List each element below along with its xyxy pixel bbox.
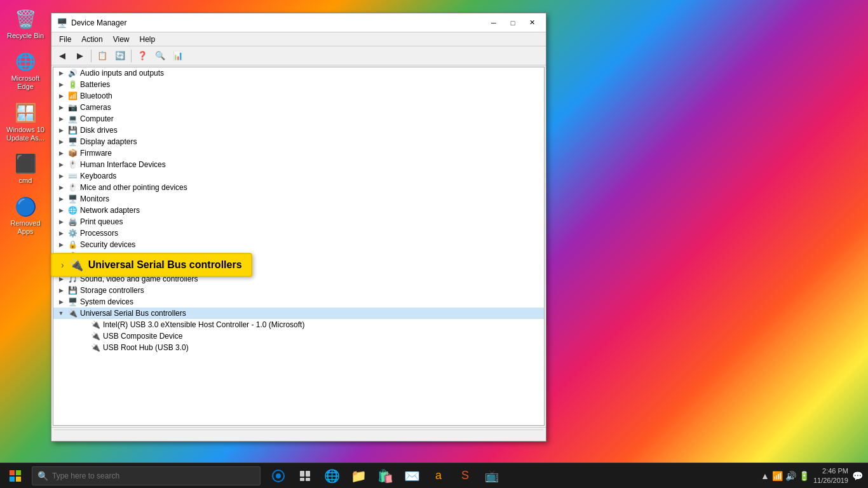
expand-storage[interactable]: ▶ (56, 285, 66, 295)
tree-item-batteries[interactable]: ▶ 🔋 Batteries (53, 79, 544, 90)
tree-item-processors[interactable]: ▶ ⚙️ Processors (53, 227, 544, 239)
tray-notification[interactable]: 💬 (852, 471, 863, 481)
tree-item-display[interactable]: ▶ 🖥️ Display adapters (53, 136, 544, 147)
desktop-icon-cmd[interactable]: ⬛ cmd (3, 150, 48, 187)
label-display: Display adapters (80, 137, 137, 146)
menu-file[interactable]: File (54, 34, 76, 45)
tree-item-network[interactable]: ▶ 🌐 Network adapters (53, 205, 544, 216)
tree-item-usb-root[interactable]: 🔌 USB Root Hub (USB 3.0) (53, 342, 544, 353)
window-app-icon: 🖥️ (57, 18, 67, 28)
windows-update-icon: 🪟 (14, 102, 37, 125)
desktop-icon-recycle-bin[interactable]: 🗑️ Recycle Bin (3, 5, 48, 43)
tray-clock[interactable]: 2:46 PM 11/26/2019 (813, 466, 848, 485)
tree-item-audio[interactable]: ▶ 🔊 Audio inputs and outputs (53, 67, 544, 79)
toolbar-display[interactable]: 📊 (170, 48, 186, 64)
expand-mice[interactable]: ▶ (56, 182, 66, 193)
icon-usb: 🔌 (67, 308, 78, 318)
expand-computer[interactable]: ▶ (56, 114, 66, 124)
window-titlebar: 🖥️ Device Manager ─ □ ✕ (51, 13, 546, 32)
taskbar-swift[interactable]: S (452, 463, 478, 489)
tree-item-usb-composite[interactable]: 🔌 USB Composite Device (53, 330, 544, 342)
taskbar-store[interactable]: 🛍️ (372, 463, 398, 489)
toolbar-sep-2 (131, 50, 132, 62)
label-usb-intel: Intel(R) USB 3.0 eXtensible Host Control… (103, 320, 304, 329)
tree-item-system[interactable]: ▶ 🖥️ System devices (53, 296, 544, 308)
tree-item-security[interactable]: ▶ 🔒 Security devices (53, 239, 544, 250)
taskbar-edge[interactable]: 🌐 (319, 463, 344, 489)
expand-cameras[interactable]: ▶ (56, 102, 66, 112)
horizontal-scrollbar[interactable] (54, 430, 543, 440)
tree-item-firmware[interactable]: ▶ 📦 Firmware (53, 147, 544, 159)
toolbar-update[interactable]: 🔄 (112, 48, 128, 64)
expand-display[interactable]: ▶ (56, 137, 66, 147)
taskbar-amazon[interactable]: a (426, 463, 451, 489)
taskbar-explorer[interactable]: 📁 (346, 463, 371, 489)
tray-battery[interactable]: 🔋 (799, 471, 810, 481)
desktop-icon-edge[interactable]: 🌐 Microsoft Edge (3, 48, 48, 93)
tray-network[interactable]: 📶 (772, 471, 783, 481)
expand-firmware[interactable]: ▶ (56, 148, 66, 158)
expand-bluetooth[interactable]: ▶ (56, 91, 66, 101)
window-title: Device Manager (71, 18, 485, 27)
taskbar-task-view[interactable] (292, 463, 318, 489)
expand-usb[interactable]: ▼ (56, 308, 66, 318)
expand-audio[interactable]: ▶ (56, 68, 66, 78)
expand-processors[interactable]: ▶ (56, 228, 66, 238)
expand-keyboards[interactable]: ▶ (56, 171, 66, 181)
tree-item-cameras[interactable]: ▶ 📷 Cameras (53, 102, 544, 113)
svg-point-5 (276, 473, 281, 478)
expand-monitors[interactable]: ▶ (56, 194, 66, 204)
tray-volume[interactable]: 🔊 (785, 471, 796, 481)
tree-item-usb-intel[interactable]: 🔌 Intel(R) USB 3.0 eXtensible Host Contr… (53, 319, 544, 330)
tree-item-bluetooth[interactable]: ▶ 📶 Bluetooth (53, 90, 544, 102)
maximize-button[interactable]: □ (504, 16, 522, 30)
menu-view[interactable]: View (108, 34, 135, 45)
tree-item-print[interactable]: ▶ 🖨️ Print queues (53, 216, 544, 227)
tray-date: 11/26/2019 (813, 476, 848, 485)
expand-print[interactable]: ▶ (56, 217, 66, 227)
desktop-icon-removed-apps[interactable]: 🔵 Removed Apps (3, 193, 48, 238)
expand-network[interactable]: ▶ (56, 205, 66, 215)
tree-item-storage[interactable]: ▶ 💾 Storage controllers (53, 285, 544, 296)
taskbar-center-icons: 🌐 📁 🛍️ ✉️ a S 📺 (266, 463, 505, 489)
menu-help[interactable]: Help (135, 34, 161, 45)
tree-item-mice[interactable]: ▶ 🖱️ Mice and other pointing devices (53, 182, 544, 193)
toolbar-back[interactable]: ◀ (54, 48, 71, 64)
tree-item-hid[interactable]: ▶ 🖱️ Human Interface Devices (53, 159, 544, 170)
toolbar-properties[interactable]: 📋 (94, 48, 111, 64)
minimize-button[interactable]: ─ (485, 16, 503, 30)
desktop-icon-windows-update[interactable]: 🪟 Windows 10 Update As... (3, 99, 48, 145)
toolbar-help[interactable]: ❓ (134, 48, 151, 64)
taskbar-cortana[interactable] (266, 463, 291, 489)
taskbar-mail[interactable]: ✉️ (399, 463, 424, 489)
recycle-bin-label: Recycle Bin (7, 32, 44, 40)
toolbar-scan[interactable]: 🔍 (152, 48, 168, 64)
expand-disk[interactable]: ▶ (56, 125, 66, 135)
tree-item-computer[interactable]: ▶ 💻 Computer (53, 113, 544, 125)
icon-usb-root: 🔌 (90, 342, 100, 353)
icon-usb-intel: 🔌 (90, 320, 100, 330)
expand-hid[interactable]: ▶ (56, 159, 66, 170)
toolbar-forward[interactable]: ▶ (72, 48, 88, 64)
device-list[interactable]: ▶ 🔊 Audio inputs and outputs ▶ 🔋 Batteri… (53, 67, 544, 425)
search-input[interactable] (52, 471, 255, 480)
tray-time: 2:46 PM (813, 466, 848, 475)
expand-security[interactable]: ▶ (56, 240, 66, 250)
label-print: Print queues (80, 217, 123, 226)
tree-item-disk[interactable]: ▶ 💾 Disk drives (53, 125, 544, 136)
icon-firmware: 📦 (67, 148, 78, 158)
expand-batteries[interactable]: ▶ (56, 79, 66, 90)
expand-system[interactable]: ▶ (56, 297, 66, 307)
start-button[interactable] (0, 463, 31, 489)
taskbar-extra[interactable]: 📺 (479, 463, 505, 489)
tray-chevron[interactable]: ▲ (761, 471, 770, 481)
label-cameras: Cameras (80, 103, 111, 112)
tree-item-monitors[interactable]: ▶ 🖥️ Monitors (53, 193, 544, 205)
tree-item-usb[interactable]: ▼ 🔌 Universal Serial Bus controllers (53, 308, 544, 319)
close-button[interactable]: ✕ (523, 16, 541, 30)
taskbar-search-box[interactable]: 🔍 (32, 466, 261, 485)
icon-processors: ⚙️ (67, 228, 78, 238)
tooltip-icon: 🔌 (69, 258, 83, 272)
tree-item-keyboards[interactable]: ▶ ⌨️ Keyboards (53, 170, 544, 182)
menu-action[interactable]: Action (76, 34, 107, 45)
